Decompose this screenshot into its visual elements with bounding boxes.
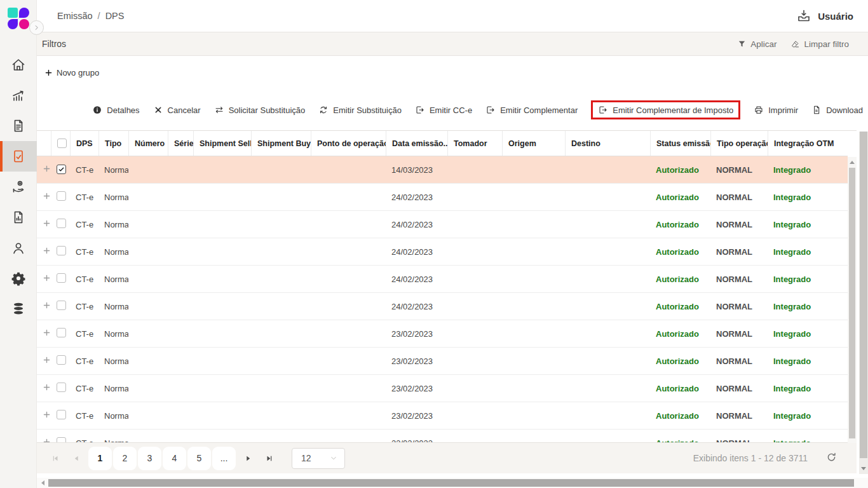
scroll-left-arrow-icon[interactable] [41,480,44,485]
column-header-destino[interactable]: Destino [565,131,650,156]
sidebar-item-analytics[interactable] [0,80,37,111]
expand-row-icon[interactable] [43,383,51,391]
expand-row-icon[interactable] [43,247,51,255]
previous-page-button[interactable] [67,447,86,469]
table-row[interactable]: CT-eNormal23/02/2023AutorizadoNORMALInte… [37,430,848,442]
expand-row-icon[interactable] [43,274,51,282]
page-button-3[interactable]: 3 [138,447,161,470]
horizontal-scrollbar-thumb[interactable] [48,479,854,487]
table-row[interactable]: CT-eNormal23/02/2023AutorizadoNORMALInte… [37,402,848,430]
table-row[interactable]: CT-eNormal23/02/2023AutorizadoNORMALInte… [37,375,848,402]
column-header-tipo[interactable]: Tipo [98,131,128,156]
table-row[interactable]: CT-eNormal24/02/2023AutorizadoNORMALInte… [37,211,848,238]
expand-row-icon[interactable] [43,219,51,227]
expand-row-icon[interactable] [43,329,51,337]
sidebar-item-dados[interactable] [0,294,37,324]
column-header-serie[interactable]: Série [168,131,193,156]
page-button-4[interactable]: 4 [163,447,186,470]
refresh-button[interactable] [824,451,839,466]
sidebar-item-documentos[interactable] [0,111,37,141]
toolbar-download-button[interactable]: Download [811,105,863,115]
apply-filter-button[interactable]: Aplicar [737,39,776,49]
sidebar-item-home[interactable] [0,50,37,80]
row-checkbox[interactable] [57,383,66,392]
row-checkbox[interactable] [57,246,66,255]
expand-row-icon[interactable] [43,438,51,442]
row-checkbox[interactable] [57,191,66,201]
sidebar-item-financeiro[interactable] [0,172,37,202]
row-checkbox[interactable] [57,219,66,228]
row-checkbox[interactable] [57,165,66,174]
clear-filter-button[interactable]: Limpar filtro [790,39,849,49]
column-header-tomador[interactable]: Tomador [447,131,502,156]
toolbar-emitir-substituicao-button[interactable]: Emitir Substituição [318,105,402,115]
expand-row-icon[interactable] [43,165,51,173]
column-header-integracao_otm[interactable]: Integração OTM [768,131,848,156]
toolbar-cancelar-button[interactable]: Cancelar [153,105,201,115]
user-menu[interactable]: Usuário [796,8,853,24]
breadcrumb-section[interactable]: Emissão [57,11,93,21]
horizontal-scrollbar[interactable] [37,478,868,488]
toolbar-solicitar-substituicao-button[interactable]: Solicitar Substituição [214,105,306,115]
column-header-dps[interactable]: DPS [70,131,98,156]
table-row[interactable]: CT-eNormal24/02/2023AutorizadoNORMALInte… [37,184,848,211]
page-button-1[interactable]: 1 [88,447,112,470]
row-checkbox[interactable] [57,355,66,365]
cell-dps: CT-e [70,193,98,202]
column-header-data_emissao[interactable]: Data emissão.. [386,131,447,156]
row-checkbox[interactable] [57,328,66,337]
toolbar-emitir-complementar-de-imposto-button[interactable]: Emitir Complementar de Imposto [591,100,740,119]
app-logo[interactable] [8,8,29,29]
expand-row-icon[interactable] [43,192,51,200]
sidebar-item-usuarios[interactable] [0,233,37,263]
table-row[interactable]: CT-eNormal24/02/2023AutorizadoNORMALInte… [37,293,848,320]
row-checkbox[interactable] [57,437,66,442]
grid-vertical-scrollbar[interactable] [848,157,857,443]
table-row[interactable]: CT-eNormal23/02/2023AutorizadoNORMALInte… [37,348,848,375]
first-page-button[interactable] [46,447,65,469]
column-header-select[interactable] [51,131,70,156]
page-size-select[interactable]: 12 [292,448,345,469]
row-checkbox[interactable] [57,410,66,419]
breadcrumb-page: DPS [105,11,125,21]
sidebar-item-emissao[interactable] [0,141,37,172]
column-header-ponto_operacao[interactable]: Ponto de operação [311,131,386,156]
next-page-button[interactable] [238,447,257,469]
expand-row-icon[interactable] [43,301,51,309]
table-row[interactable]: CT-eNormal23/02/2023AutorizadoNORMALInte… [37,320,848,348]
sidebar-item-relatorios[interactable] [0,202,37,233]
scroll-up-arrow-icon[interactable] [850,161,855,164]
page-ellipsis-button[interactable]: ... [212,447,236,470]
page-button-5[interactable]: 5 [187,447,211,470]
table-row[interactable]: CT-eNormal14/03/2023AutorizadoNORMALInte… [37,156,848,184]
cell-select [51,219,70,230]
toolbar-detalhes-button[interactable]: Detalhes [92,105,139,115]
page-button-2[interactable]: 2 [113,447,137,470]
table-row[interactable]: CT-eNormal24/02/2023AutorizadoNORMALInte… [37,266,848,293]
column-header-shipment_sell[interactable]: Shipment Sell [193,131,251,156]
column-header-numero[interactable]: Número [128,131,168,156]
column-header-origem[interactable]: Origem [502,131,565,156]
toolbar-emitir-complementar-button[interactable]: Emitir Complementar [485,105,578,115]
toolbar-emitir-cc-e-button[interactable]: Emitir CC-e [415,105,472,115]
expand-row-icon[interactable] [43,356,51,364]
expand-row-icon[interactable] [43,410,51,419]
toolbar-imprimir-button[interactable]: Imprimir [754,105,798,115]
column-header-tipo_operacao[interactable]: Tipo operação [710,131,768,156]
page-vertical-scrollbar[interactable] [859,132,868,474]
cell-data_emissao: 24/02/2023 [386,247,447,257]
new-group-button[interactable]: Novo grupo [44,68,99,78]
row-checkbox[interactable] [57,273,66,283]
scroll-down-arrow-icon[interactable] [861,467,866,470]
page-scrollbar-thumb[interactable] [860,132,867,458]
column-header-status_emissao[interactable]: Status emissão [650,131,710,156]
last-page-button[interactable] [259,447,278,469]
table-row[interactable]: CT-eNormal24/02/2023AutorizadoNORMALInte… [37,238,848,266]
column-header-shipment_buy[interactable]: Shipment Buy [251,131,311,156]
sidebar-expand-button[interactable] [29,20,44,35]
row-checkbox[interactable] [57,301,66,310]
sidebar-item-configuracoes[interactable] [0,263,37,294]
grid-scrollbar-thumb[interactable] [849,168,855,438]
cell-dps: CT-e [70,165,98,175]
select-all-checkbox[interactable] [57,139,67,148]
